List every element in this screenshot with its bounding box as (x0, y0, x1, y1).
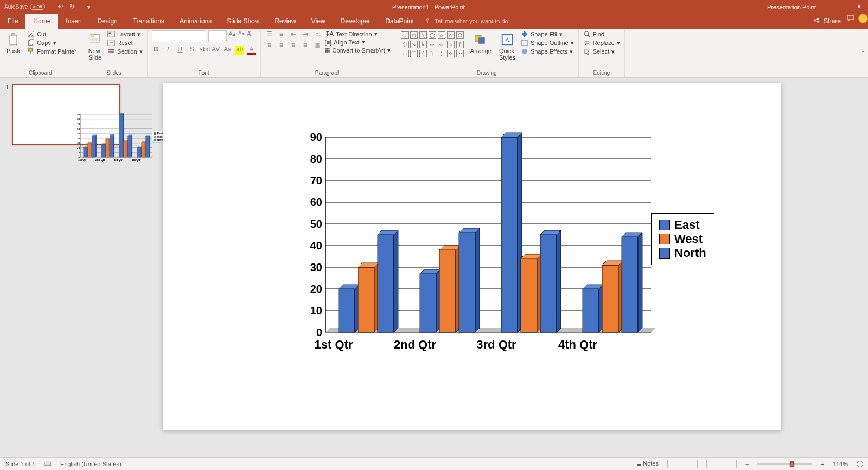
decrease-indent-icon[interactable]: ⇤ (289, 30, 298, 38)
notes-button[interactable]: ≣ Notes (636, 460, 659, 467)
svg-rect-141 (583, 289, 599, 332)
language-label[interactable]: English (United States) (60, 461, 122, 467)
svg-rect-74 (119, 114, 123, 157)
account-face-icon[interactable] (858, 14, 868, 23)
decrease-font-icon[interactable]: A▾ (238, 30, 245, 42)
slide-1[interactable]: 01020304050607080901st Qtr2nd Qtr3rd Qtr… (163, 83, 781, 430)
cut-button[interactable]: Cut (27, 30, 76, 38)
tab-slide-show[interactable]: Slide Show (219, 14, 267, 29)
slide-sorter-view-icon[interactable] (687, 460, 698, 468)
zoom-level[interactable]: 114% (833, 461, 848, 467)
slide-canvas-area[interactable]: 01020304050607080901st Qtr2nd Qtr3rd Qtr… (130, 78, 868, 457)
svg-point-33 (584, 31, 589, 36)
char-spacing-icon[interactable]: AV (212, 46, 220, 55)
shapes-gallery[interactable]: ▭◻╲◯▱△⬠ ⬡↘↳⇨⇦☆{ ⬭⌒(})※⋯ (400, 30, 465, 59)
minimize-icon[interactable]: — (833, 4, 839, 10)
slideshow-view-icon[interactable] (726, 460, 737, 468)
copy-button[interactable]: Copy ▾ (27, 39, 76, 47)
arrange-button[interactable]: Arrange (468, 30, 494, 56)
svg-rect-123 (420, 274, 436, 332)
format-painter-button[interactable]: Format Painter (27, 48, 76, 55)
numbering-icon[interactable]: ≡ (277, 30, 286, 38)
align-left-icon[interactable]: ≡ (265, 41, 274, 49)
slide-position: Slide 1 of 1 (5, 461, 35, 467)
highlight-icon[interactable]: ab (235, 46, 244, 55)
group-slides: New Slide Layout ▾ Reset Section ▾ Slide… (81, 29, 148, 77)
svg-rect-28 (479, 37, 485, 43)
bullets-icon[interactable]: ☰ (265, 30, 274, 38)
tab-view[interactable]: View (304, 14, 333, 29)
svg-marker-64 (95, 135, 97, 157)
layout-button[interactable]: Layout ▾ (107, 30, 143, 38)
tab-developer[interactable]: Developer (333, 14, 378, 29)
svg-text:80: 80 (310, 153, 322, 165)
underline-icon[interactable]: U (176, 46, 184, 55)
clear-formatting-icon[interactable]: A̸ (247, 30, 251, 42)
font-color-icon[interactable]: A (247, 46, 256, 55)
increase-indent-icon[interactable]: ⇥ (301, 30, 310, 38)
svg-text:20: 20 (310, 283, 322, 295)
new-slide-button[interactable]: New Slide (86, 30, 104, 63)
line-spacing-icon[interactable]: ↕ (313, 30, 322, 38)
align-right-icon[interactable]: ≡ (289, 41, 298, 49)
close-icon[interactable]: ✕ (857, 3, 861, 10)
reading-view-icon[interactable] (706, 460, 717, 468)
section-button[interactable]: Section ▾ (107, 48, 143, 55)
italic-icon[interactable]: I (164, 46, 173, 55)
collapse-ribbon-icon[interactable]: ˄ (861, 50, 868, 56)
paste-button[interactable]: Paste (4, 30, 24, 56)
zoom-out-icon[interactable]: − (745, 461, 749, 467)
tab-insert[interactable]: Insert (58, 14, 90, 29)
tab-review[interactable]: Review (267, 14, 303, 29)
svg-rect-114 (339, 289, 355, 332)
change-case-icon[interactable]: Aa (224, 46, 232, 55)
svg-rect-59 (88, 143, 92, 157)
tab-transitions[interactable]: Transitions (125, 14, 172, 29)
shape-outline-button[interactable]: Shape Outline ▾ (521, 39, 574, 47)
svg-text:90: 90 (310, 131, 322, 143)
title-bar: AutoSave ●Off ↶ ↻ ▾ Presentation1 - Powe… (0, 0, 868, 14)
autosave-toggle[interactable]: AutoSave ●Off (4, 4, 45, 10)
tell-me-search[interactable]: Tell me what you want to do (425, 14, 508, 29)
svg-rect-77 (124, 141, 127, 157)
shadow-icon[interactable]: S (188, 46, 196, 55)
shape-effects-button[interactable]: Shape Effects ▾ (521, 48, 574, 55)
zoom-slider[interactable] (757, 463, 812, 465)
strikethrough-icon[interactable]: abc (200, 46, 208, 55)
share-button[interactable]: Share (807, 14, 846, 29)
tab-home[interactable]: Home (25, 14, 58, 29)
find-button[interactable]: Find (583, 30, 620, 38)
zoom-in-icon[interactable]: + (820, 461, 824, 467)
tab-animations[interactable]: Animations (172, 14, 219, 29)
shape-fill-button[interactable]: Shape Fill ▾ (521, 30, 574, 38)
svg-rect-68 (106, 139, 110, 157)
replace-button[interactable]: Replace ▾ (583, 39, 620, 47)
redo-icon[interactable]: ↻ (69, 3, 74, 10)
convert-smartart-button[interactable]: ▦ Convert to SmartArt ▾ (325, 47, 391, 54)
font-name-input[interactable] (152, 30, 206, 42)
chart[interactable]: 01020304050607080901st Qtr2nd Qtr3rd Qtr… (260, 137, 716, 376)
tab-file[interactable]: File (0, 14, 25, 29)
columns-icon[interactable]: ▥ (313, 41, 322, 49)
undo-icon[interactable]: ↶ (58, 3, 63, 10)
bold-icon[interactable]: B (152, 46, 161, 55)
fit-to-window-icon[interactable]: ⛶ (857, 461, 863, 467)
tab-design[interactable]: Design (90, 14, 125, 29)
font-size-input[interactable] (208, 30, 227, 42)
spellcheck-icon[interactable]: 📖 (44, 460, 52, 467)
svg-rect-117 (358, 267, 374, 332)
select-button[interactable]: Select ▾ (583, 48, 620, 55)
justify-icon[interactable]: ≡ (301, 41, 310, 49)
align-center-icon[interactable]: ≡ (277, 41, 286, 49)
svg-text:50: 50 (310, 218, 322, 230)
svg-rect-135 (521, 259, 537, 332)
normal-view-icon[interactable] (667, 460, 678, 468)
increase-font-icon[interactable]: A▴ (229, 30, 236, 42)
reset-button[interactable]: Reset (107, 39, 143, 47)
align-text-button[interactable]: [≡] Align Text ▾ (325, 38, 391, 46)
text-direction-button[interactable]: ↧A Text Direction ▾ (325, 30, 391, 37)
slide-thumbnail-1[interactable]: 01020304050607080901st Qtr2nd Qtr3rd Qtr… (12, 84, 120, 145)
comments-icon[interactable] (846, 14, 855, 29)
tab-datapoint[interactable]: DataPoint (378, 14, 422, 29)
quick-styles-button[interactable]: A Quick Styles (497, 30, 518, 63)
